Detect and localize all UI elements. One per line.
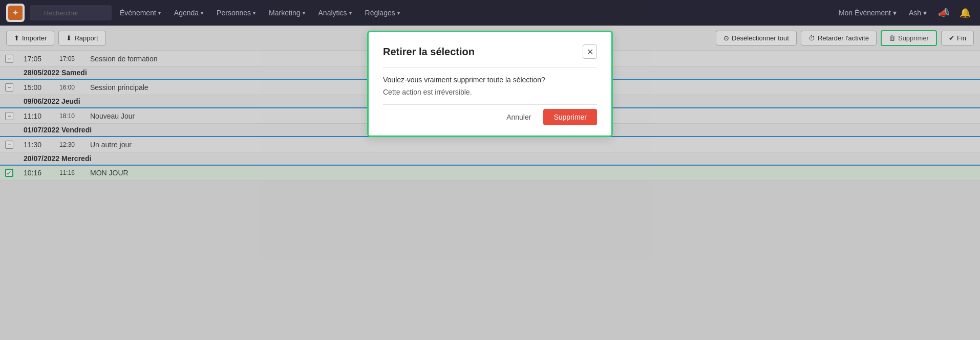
modal-footer: Annuler Supprimer: [383, 104, 597, 125]
modal-text-secondary: Cette action est irréversible.: [383, 88, 597, 96]
modal-cancel-button[interactable]: Annuler: [500, 110, 537, 124]
modal-text-primary: Voulez-vous vraiment supprimer toute la …: [383, 76, 597, 84]
modal-confirm-button[interactable]: Supprimer: [543, 109, 597, 125]
modal-overlay: Retirer la sélection ✕ Voulez-vous vraim…: [0, 0, 980, 340]
confirm-delete-modal: Retirer la sélection ✕ Voulez-vous vraim…: [367, 31, 613, 137]
modal-header: Retirer la sélection ✕: [383, 44, 597, 59]
modal-body: Voulez-vous vraiment supprimer toute la …: [383, 67, 597, 96]
modal-close-button[interactable]: ✕: [583, 44, 597, 59]
modal-title: Retirer la sélection: [383, 46, 475, 58]
